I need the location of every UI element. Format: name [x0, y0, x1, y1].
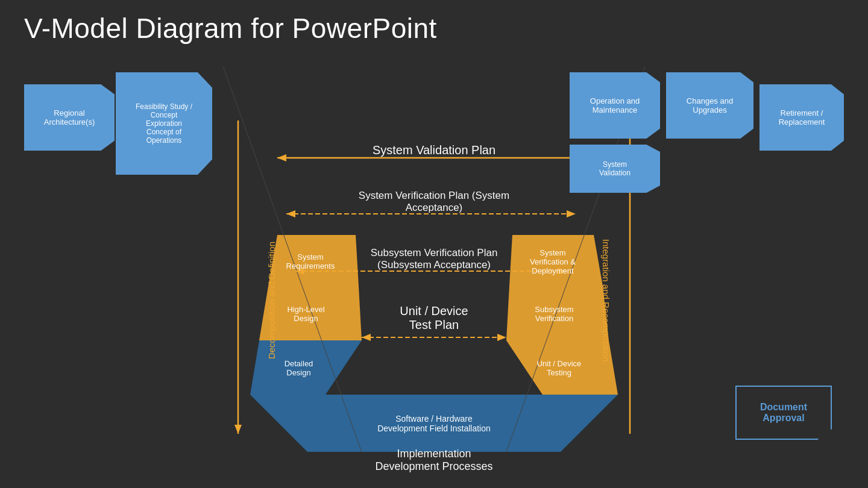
operation-maintenance-box: Operation and Maintenance: [570, 72, 660, 139]
software-hardware-label: Software / Hardware Development Field In…: [301, 399, 567, 448]
retirement-box: Retirement / Replacement: [760, 84, 844, 151]
feasibility-label: Feasibility Study / Concept Exploration …: [136, 102, 192, 145]
document-approval-box: Document Approval: [735, 386, 832, 440]
feasibility-box: Feasibility Study / Concept Exploration …: [116, 72, 212, 175]
system-verification-deployment-label: System Verification & Deployment: [514, 240, 592, 283]
changes-upgrades-box: Changes and Upgrades: [666, 72, 753, 139]
system-validation-label: System Validation: [599, 160, 631, 177]
document-approval-label: Document Approval: [760, 402, 807, 424]
changes-upgrades-label: Changes and Upgrades: [687, 96, 733, 114]
system-validation-plan-label: System Validation Plan: [253, 143, 615, 157]
page-title: V-Model Diagram for PowerPoint: [24, 12, 437, 45]
subsystem-verification-label: Subsystem Verification: [511, 292, 598, 336]
unit-device-testing-label: Unit / Device Testing: [515, 345, 603, 390]
svg-marker-23: [234, 425, 242, 434]
retirement-label: Retirement / Replacement: [779, 108, 825, 127]
system-verification-plan-label: System Verification Plan (System Accepta…: [253, 190, 615, 214]
svg-marker-20: [362, 334, 371, 341]
bottom-label: Implementation Development Processes: [375, 448, 492, 473]
regional-architecture-label: Regional Architecture(s): [44, 108, 95, 127]
integration-label: Integration and Recomposition: [601, 216, 611, 385]
system-requirements-label: System Requirements: [271, 240, 350, 283]
decomposition-label: Decomposition and Definition: [266, 222, 277, 379]
regional-architecture-box: Regional Architecture(s): [24, 84, 115, 151]
vmodel-diagram: Regional Architecture(s) Feasibility Stu…: [24, 66, 844, 476]
svg-marker-21: [497, 334, 506, 341]
operation-maintenance-label: Operation and Maintenance: [590, 96, 640, 114]
